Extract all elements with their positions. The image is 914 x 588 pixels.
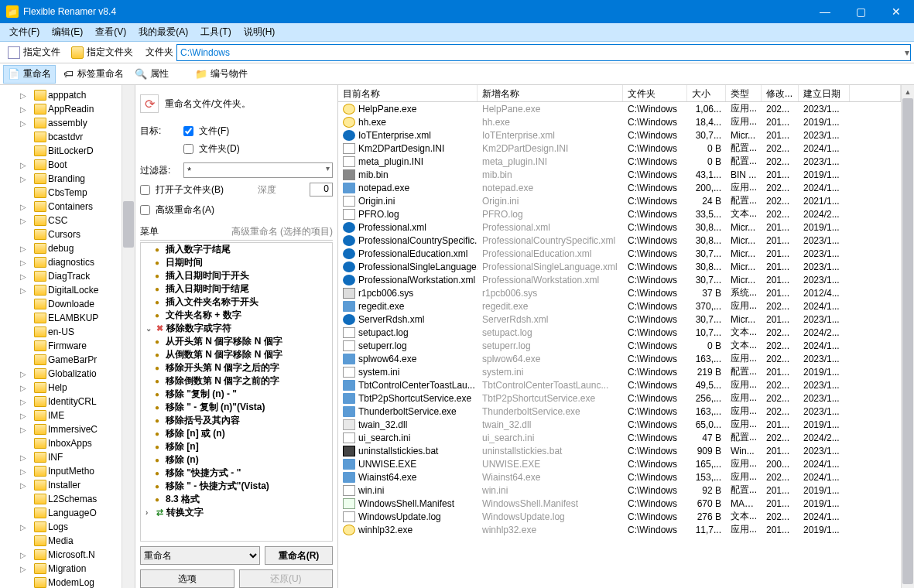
specify-file-button[interactable]: 指定文件 [3, 43, 65, 62]
tree-item[interactable]: ▷ImmersiveC [0, 422, 122, 436]
tree-item[interactable]: ELAMBKUP [0, 311, 122, 325]
expand-icon[interactable]: › [145, 508, 156, 517]
filter-input[interactable] [183, 162, 333, 178]
tree-item[interactable]: GameBarPr [0, 353, 122, 367]
rename-button[interactable]: 重命名(R) [265, 546, 333, 565]
tree-item[interactable]: ▷Branding [0, 172, 122, 186]
tree-item[interactable]: Downloade [0, 297, 122, 311]
file-row[interactable]: Professional.xmlProfessional.xmlC:\Windo… [338, 220, 901, 234]
expander-icon[interactable]: ▷ [20, 175, 29, 183]
file-row[interactable]: UNWISE.EXEUNWISE.EXEC:\Windows165,...应用.… [338, 457, 901, 470]
file-row[interactable]: hh.exehh.exeC:\Windows18,4...应用...201...… [338, 115, 901, 128]
tree-item[interactable]: en-US [0, 325, 122, 339]
tree-item[interactable]: ▷Logs [0, 520, 122, 534]
file-row[interactable]: ServerRdsh.xmlServerRdsh.xmlC:\Windows30… [338, 313, 901, 326]
file-row[interactable]: regedit.exeregedit.exeC:\Windows370,...应… [338, 299, 901, 313]
tree-item[interactable]: ▷INF [0, 450, 122, 464]
rule-item[interactable]: ●移除 " - 复制 (n)"(Vista) [141, 401, 332, 414]
mode-tag-rename-button[interactable]: 🏷 标签重命名 [57, 65, 128, 84]
expander-icon[interactable]: ▷ [20, 258, 29, 267]
target-file-checkbox[interactable] [183, 126, 193, 136]
rule-item[interactable]: ●从开头第 N 個字移除 N 個字 [141, 335, 332, 348]
expander-icon[interactable]: ▷ [20, 481, 29, 490]
file-row[interactable]: twain_32.dlltwain_32.dllC:\Windows65,0..… [338, 418, 901, 431]
filter-dropdown-icon[interactable]: ▾ [326, 164, 330, 173]
rule-item[interactable]: ●插入日期时间于开头 [141, 269, 332, 282]
rule-item[interactable]: ●插入日期时间于结尾 [141, 282, 332, 296]
file-row[interactable]: setupact.logsetupact.logC:\Windows10,7..… [338, 326, 901, 339]
file-row[interactable]: ProfessionalWorkstation.xmlProfessionalW… [338, 273, 901, 286]
close-button[interactable]: ✕ [878, 0, 914, 23]
specify-folder-button[interactable]: 指定文件夹 [67, 43, 138, 62]
file-row[interactable]: setuperr.logsetuperr.logC:\Windows0 B文本.… [338, 339, 901, 352]
rule-item[interactable]: ●插入数字于结尾 [141, 243, 332, 256]
rule-item[interactable]: ●移除 "复制 (n) - " [141, 388, 332, 401]
tree-item[interactable]: ▷IME [0, 409, 122, 422]
tree-item[interactable]: ▷Microsoft.N [0, 548, 122, 562]
file-row[interactable]: Origin.iniOrigin.iniC:\Windows24 B配置...2… [338, 194, 901, 207]
open-subfolders-checkbox[interactable] [140, 185, 150, 195]
tree-item[interactable]: ▷DiagTrack [0, 269, 122, 283]
column-header[interactable]: 修改... [762, 85, 799, 101]
file-row[interactable]: uninstallstickies.batuninstallstickies.b… [338, 444, 901, 457]
file-row[interactable]: Km2DPartDesign.INIKm2DPartDesign.INIC:\W… [338, 142, 901, 155]
column-header[interactable]: 建立日期 [799, 85, 850, 101]
tree-item[interactable]: ▷Globalizatio [0, 367, 122, 381]
rule-item[interactable]: ●移除括号及其內容 [141, 414, 332, 427]
tree-item[interactable]: ▷CSC [0, 214, 122, 227]
expander-icon[interactable]: ▷ [20, 203, 29, 211]
file-row[interactable]: r1pcb006.sysr1pcb006.sysC:\Windows37 B系统… [338, 286, 901, 299]
rule-item[interactable]: ●移除 "快捷方式 - " [141, 467, 332, 480]
expander-icon[interactable]: ▷ [20, 412, 29, 420]
tree-item[interactable]: CbsTemp [0, 186, 122, 200]
column-header[interactable]: 大小 [687, 85, 726, 101]
advanced-rename-checkbox[interactable] [140, 205, 150, 215]
tree-item[interactable]: ▷Containers [0, 200, 122, 214]
minimize-button[interactable]: — [807, 0, 843, 23]
expander-icon[interactable]: ▷ [20, 467, 29, 476]
rule-item[interactable]: ⌄✖移除数字或字符 [141, 322, 332, 335]
rule-item[interactable]: ●日期时间 [141, 256, 332, 269]
collapse-icon[interactable]: ⌄ [145, 324, 156, 333]
expander-icon[interactable]: ▷ [20, 119, 29, 128]
menu-item-5[interactable]: 说明(H) [238, 23, 282, 41]
rule-item[interactable]: ●移除倒数第 N 個字之前的字 [141, 374, 332, 388]
depth-input[interactable]: 0 [310, 183, 333, 197]
tree-item[interactable]: ▷DigitalLocke [0, 283, 122, 297]
tree-item[interactable]: InboxApps [0, 436, 122, 450]
menu-item-1[interactable]: 编辑(E) [46, 23, 89, 41]
tree-item[interactable]: ▷apppatch [0, 88, 122, 102]
rules-tree[interactable]: ●插入数字于结尾●日期时间●插入日期时间于开头●插入日期时间于结尾●插入文件夹名… [140, 242, 333, 542]
rule-item[interactable]: ●移除 " - 快捷方式"(Vista) [141, 480, 332, 493]
file-row[interactable]: ui_search.iniui_search.iniC:\Windows47 B… [338, 431, 901, 444]
tree-item[interactable]: ModemLog [0, 576, 122, 588]
tree-item[interactable]: ▷AppReadin [0, 102, 122, 116]
options-button[interactable]: 选项 [140, 569, 234, 588]
mode-rename-button[interactable]: 📄 重命名 [3, 65, 56, 84]
rule-item[interactable]: ●移除 [n] 或 (n) [141, 427, 332, 440]
expander-icon[interactable]: ▷ [20, 453, 29, 462]
tree-item[interactable]: ▷Installer [0, 478, 122, 492]
column-header[interactable]: 文件夹 [623, 85, 687, 101]
target-folder-checkbox[interactable] [183, 144, 193, 154]
tree-scrollbar[interactable] [122, 85, 135, 588]
expander-icon[interactable]: ▷ [20, 565, 29, 573]
expander-icon[interactable]: ▷ [20, 272, 29, 281]
expander-icon[interactable]: ▷ [20, 426, 29, 434]
file-list-scrollbar[interactable]: ▲ ▼ [901, 85, 914, 588]
expander-icon[interactable]: ▷ [20, 244, 29, 253]
column-header[interactable]: 目前名称 [338, 85, 478, 101]
rule-item[interactable]: ●8.3 格式 [141, 493, 332, 506]
menu-item-0[interactable]: 文件(F) [3, 23, 46, 41]
file-row[interactable]: winhlp32.exewinhlp32.exeC:\Windows11,7..… [338, 523, 901, 536]
tree-item[interactable]: L2Schemas [0, 492, 122, 506]
rule-item[interactable]: ●移除开头第 N 個字之后的字 [141, 361, 332, 374]
file-row[interactable]: ProfessionalCountrySpecific...Profession… [338, 234, 901, 247]
tree-item[interactable]: ▷assembly [0, 116, 122, 130]
rule-item[interactable]: ●从倒数第 N 個字移除 N 個字 [141, 348, 332, 361]
maximize-button[interactable]: ▢ [843, 0, 878, 23]
path-input[interactable] [176, 44, 911, 61]
tree-item[interactable]: ▷Help [0, 381, 122, 395]
file-row[interactable]: ThunderboltService.exeThunderboltService… [338, 405, 901, 418]
column-header[interactable]: 类型 [726, 85, 762, 101]
